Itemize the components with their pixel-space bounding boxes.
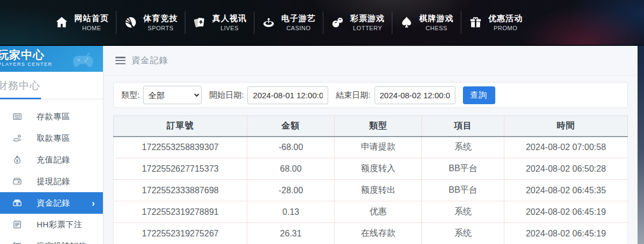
table-cell: 2024-08-02 06:45:19 (504, 223, 628, 244)
spade-icon (399, 15, 414, 30)
sidebar-item-label: 廳室投註記錄 (37, 241, 87, 244)
page-body: 玩家中心 PLAYERS CENTER 財務中心 存款專區取款專區充值記錄提現記… (0, 46, 644, 244)
sidebar-item-label: 充值記錄 (37, 155, 70, 165)
gamepad-icon (71, 48, 95, 70)
home-icon (54, 15, 69, 30)
nav-item-lottery[interactable]: 彩票游戏LOTTERY (323, 13, 392, 31)
sidebar-menu: 存款專區取款專區充值記錄提現記錄資金記錄›HH彩票下注廳室投註記錄 (0, 106, 103, 244)
nav-label-cn: 优惠活动 (488, 13, 523, 24)
start-date-label: 開始日期: (209, 90, 244, 100)
nav-item-text: 电子游艺CASINO (281, 13, 316, 31)
top-navigation: 网站首页HOME体育竞技SPORTS真人视讯LIVES电子游艺CASINO彩票游… (0, 0, 644, 46)
sidebar-item-room-bet[interactable]: 廳室投註記錄 (0, 235, 103, 244)
table-cell: 2024-08-02 07:00:58 (504, 137, 628, 158)
sidebar-item-label: 資金記錄 (37, 198, 70, 208)
gift-icon (468, 15, 483, 30)
table-cell: 1722552627715373 (114, 158, 247, 180)
nav-item-home[interactable]: 网站首页HOME (47, 13, 116, 31)
roulette-icon (261, 15, 276, 30)
sidebar-item-funds-record[interactable]: 資金記錄› (0, 192, 103, 214)
chevron-right-icon: › (92, 199, 95, 208)
table-cell: 2024-08-02 06:50:28 (504, 158, 628, 180)
lottery-bet-icon (12, 219, 23, 230)
nav-label-cn: 真人视讯 (212, 13, 247, 24)
table-cell: 系统 (422, 201, 504, 223)
filter-panel: 類型: 全部 開始日期: 結束日期: 查詢 (113, 82, 628, 108)
nav-label-cn: 网站首页 (74, 13, 109, 24)
withdraw-icon (12, 133, 23, 144)
table-cell: 26.31 (247, 223, 335, 244)
menu-toggle-icon[interactable] (115, 57, 126, 64)
nav-item-chess[interactable]: 棋牌游戏CHESS (392, 13, 461, 31)
sidebar-item-recharge-record[interactable]: 充值記錄 (0, 149, 103, 171)
room-bet-icon (12, 241, 23, 244)
sidebar: 玩家中心 PLAYERS CENTER 財務中心 存款專區取款專區充值記錄提現記… (0, 46, 103, 244)
nav-label-cn: 棋牌游戏 (419, 13, 454, 24)
sidebar-item-lottery-bet[interactable]: HH彩票下注 (0, 214, 103, 235)
nav-label-cn: 电子游艺 (281, 13, 316, 24)
sidebar-item-deposit[interactable]: 存款專區 (0, 106, 103, 127)
sidebar-item-withdraw[interactable]: 取款專區 (0, 127, 103, 149)
column-header: 訂單號 (114, 116, 247, 137)
table-cell: 1722553258839307 (114, 137, 247, 158)
search-button[interactable]: 查詢 (463, 86, 495, 104)
end-date-input[interactable] (375, 86, 455, 104)
nav-item-casino[interactable]: 电子游艺CASINO (254, 13, 323, 31)
start-date-input[interactable] (247, 86, 328, 104)
table-cell: BB平台 (422, 180, 504, 201)
breadcrumb: 資金記錄 (103, 46, 638, 76)
nav-label-en: LIVES (212, 25, 247, 31)
table-row: 17225523192788910.13优惠系统2024-08-02 06:45… (114, 201, 628, 223)
table-cell: 68.00 (247, 158, 335, 180)
nav-label-en: PROMO (488, 25, 523, 31)
sports-ball-icon (123, 15, 138, 30)
column-header: 金額 (247, 116, 335, 137)
players-center-header: 玩家中心 PLAYERS CENTER (0, 46, 103, 72)
sidebar-item-label: 取款專區 (37, 133, 70, 144)
sidebar-item-label: 提現記錄 (37, 177, 70, 187)
nav-item-text: 体育竞技SPORTS (143, 13, 178, 31)
table-row: 172255231927526726.31在线存款系统2024-08-02 06… (114, 223, 628, 244)
table-cell: 系统 (422, 137, 504, 158)
nav-item-text: 棋牌游戏CHESS (419, 13, 454, 31)
table-cell: 额度转入 (335, 158, 422, 180)
table-cell: -68.00 (247, 137, 335, 158)
table-cell: 2024-08-02 06:45:35 (504, 180, 628, 201)
type-select[interactable]: 全部 (143, 86, 202, 104)
nav-label-en: HOME (74, 25, 109, 31)
table-cell: 系统 (422, 223, 504, 244)
type-label: 類型: (121, 90, 140, 100)
table-cell: 额度转出 (335, 180, 422, 201)
nav-item-promo[interactable]: 优惠活动PROMO (461, 13, 530, 31)
table-cell: -28.00 (247, 180, 335, 201)
table-cell: 1722552319275267 (114, 223, 247, 244)
section-divider (0, 98, 103, 99)
page-title: 資金記錄 (131, 55, 168, 66)
nav-item-text: 真人视讯LIVES (212, 13, 247, 31)
funds-record-table: 訂單號金額類型項目時間 1722553258839307-68.00申请提款系统… (113, 116, 628, 244)
column-header: 項目 (422, 116, 504, 137)
table-cell: 2024-08-02 06:45:19 (504, 201, 628, 223)
main-content: 資金記錄 類型: 全部 開始日期: 結束日期: 查詢 訂單號金額類型項目時間 1… (103, 46, 638, 244)
table-header-row: 訂單號金額類型項目時間 (114, 116, 628, 137)
finance-section-title: 財務中心 (0, 72, 103, 98)
nav-label-en: CHESS (419, 25, 454, 31)
nav-label-en: SPORTS (143, 25, 178, 31)
table-row: 1722552333887698-28.00额度转出BB平台2024-08-02… (114, 180, 628, 201)
nav-item-text: 网站首页HOME (74, 13, 109, 31)
sidebar-item-label: HH彩票下注 (37, 220, 82, 230)
table-cell: 1722552333887698 (114, 180, 247, 201)
sidebar-item-cashout-record[interactable]: 提現記錄 (0, 171, 103, 192)
table-cell: 1722552319278891 (114, 201, 247, 223)
nav-item-text: 优惠活动PROMO (488, 13, 523, 31)
column-header: 時間 (504, 116, 628, 137)
nav-item-sports[interactable]: 体育竞技SPORTS (116, 13, 185, 31)
funds-record-icon (12, 198, 23, 208)
nav-item-lives[interactable]: 真人视讯LIVES (185, 13, 254, 31)
nav-label-cn: 体育竞技 (143, 13, 178, 24)
nav-item-text: 彩票游戏LOTTERY (350, 13, 385, 31)
nav-label-cn: 彩票游戏 (350, 13, 385, 24)
table-row: 172255262771537368.00额度转入BB平台2024-08-02 … (114, 158, 628, 180)
recharge-record-icon (12, 154, 23, 165)
table-cell: 0.13 (247, 201, 335, 223)
